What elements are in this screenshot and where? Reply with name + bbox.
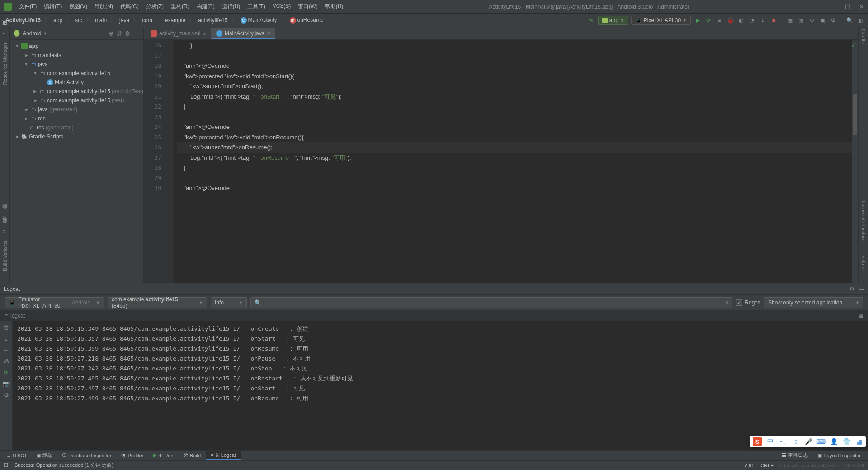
scrollbar-thumb[interactable]: [853, 94, 857, 135]
collapse-icon[interactable]: ⇵: [117, 30, 122, 37]
line-separator[interactable]: CRLF: [760, 463, 774, 468]
run-config-dropdown[interactable]: app▼: [598, 16, 628, 25]
project-tree[interactable]: ▼app ▶🗀manifests ▼🗀java ▼🗀com.example.ac…: [10, 40, 143, 283]
tree-node-res-gen[interactable]: 🗀res (generated): [10, 123, 143, 132]
ime-punct-icon[interactable]: • ,: [779, 437, 787, 446]
editor-tab-xml[interactable]: activity_main.xml×: [146, 28, 211, 39]
tree-node-java[interactable]: ▼🗀java: [10, 60, 143, 69]
breadcrumb-item[interactable]: activitylife15: [196, 16, 229, 24]
ime-toolbox-icon[interactable]: ▦: [855, 437, 863, 446]
menu-help[interactable]: 帮助(H): [322, 1, 346, 12]
device-combo[interactable]: 📱Emulator Pixel_XL_API_30 Android▼: [5, 297, 104, 308]
breadcrumb-item[interactable]: ActivityLife15: [4, 16, 42, 24]
level-combo[interactable]: Info▼: [211, 297, 247, 308]
layout-icon[interactable]: ▦: [859, 313, 863, 319]
close-icon[interactable]: ×: [267, 30, 270, 37]
settings-icon[interactable]: ⚙: [849, 286, 854, 292]
rail-gradle[interactable]: Gradle: [861, 29, 866, 44]
code-area[interactable]: } "ann">@Override "kw">protected "kw">vo…: [173, 40, 852, 283]
profile-icon[interactable]: ◔: [748, 16, 756, 24]
line-gutter[interactable]: 16 17 18 19 20 21 22 23 24 25 26 27 28 2…: [144, 40, 166, 283]
breadcrumb-item[interactable]: app: [52, 16, 64, 24]
tree-node-gradle[interactable]: ▶🐘Gradle Scripts: [10, 132, 143, 141]
settings-icon[interactable]: ⚙: [4, 392, 9, 399]
emulator-icon[interactable]: ▣: [818, 16, 826, 24]
bottom-tab[interactable]: ≡6: Logcat: [206, 451, 241, 460]
breadcrumb-item[interactable]: monResume: [288, 16, 326, 24]
bottom-tab[interactable]: ◔Profiler: [117, 451, 148, 460]
settings-icon[interactable]: ◧: [856, 16, 864, 24]
minimize-button[interactable]: ─: [832, 3, 837, 10]
apply-code-icon[interactable]: ≡: [715, 16, 723, 24]
debug-button[interactable]: 🐞: [726, 16, 734, 24]
rail-structure[interactable]: 7: 结构: [1, 213, 8, 218]
locate-icon[interactable]: ⊕: [108, 30, 114, 37]
logcat-output[interactable]: 2021-03-28 18:50:15.349 8465-8465/com.ex…: [13, 321, 868, 450]
regex-checkbox[interactable]: ✓Regex: [736, 299, 760, 306]
tree-node-package[interactable]: ▶🗀com.example.activitylife15 (androidTes…: [10, 87, 143, 96]
rail-emulator[interactable]: Emulator: [861, 251, 866, 271]
ime-skin-icon[interactable]: 👕: [842, 437, 850, 446]
menu-analyze[interactable]: 分析(Z): [143, 1, 166, 12]
menu-refactor[interactable]: 重构(R): [168, 1, 192, 12]
editor-scrollbar[interactable]: ✓: [852, 40, 858, 283]
caret-position[interactable]: 7:81: [745, 463, 754, 468]
menu-vcs[interactable]: VCS(S): [270, 1, 294, 12]
menu-navigate[interactable]: 导航(N): [92, 1, 116, 12]
bottom-tab[interactable]: ☰事件日志: [777, 451, 812, 460]
project-view-selector[interactable]: Android ▼: [23, 30, 47, 37]
avd-manager-icon[interactable]: ▦: [786, 16, 794, 24]
tree-node-package[interactable]: ▼🗀com.example.activitylife15: [10, 69, 143, 78]
editor-tab-java[interactable]: MainActivity.java×: [211, 28, 275, 39]
sdk-manager-icon[interactable]: ▧: [797, 16, 805, 24]
process-combo[interactable]: com.example.activitylife15 (8465)▼: [108, 297, 207, 308]
filter-icon[interactable]: ≡: [5, 313, 8, 319]
device-dropdown[interactable]: 📱 Pixel XL API 30▼: [631, 16, 691, 25]
tree-node-res[interactable]: ▶🗀res: [10, 114, 143, 123]
bottom-tab[interactable]: ⚒Build: [179, 451, 205, 460]
attach-icon[interactable]: ⇣: [759, 16, 767, 24]
maximize-button[interactable]: ☐: [845, 3, 851, 10]
hide-icon[interactable]: —: [859, 286, 864, 292]
hammer-icon[interactable]: ⚒: [587, 16, 595, 24]
breadcrumb-item[interactable]: src: [73, 16, 84, 24]
device-manager-icon[interactable]: ⚙: [829, 16, 837, 24]
tree-node-app[interactable]: ▼app: [10, 42, 143, 51]
menu-edit[interactable]: 编辑(E): [41, 1, 65, 12]
rail-project[interactable]: 1: 项目: [1, 29, 8, 34]
settings-icon[interactable]: ⚙: [125, 30, 131, 37]
apply-changes-icon[interactable]: ⟳: [704, 16, 712, 24]
rail-device-file-explorer[interactable]: Device File Explorer: [861, 199, 866, 243]
tree-node-package[interactable]: ▶🗀com.example.activitylife15 (test): [10, 96, 143, 105]
menu-code[interactable]: 代码(C): [118, 1, 142, 12]
rail-build-variants[interactable]: Build Variants: [2, 241, 8, 271]
bottom-tab[interactable]: ▶4: Run: [149, 451, 178, 460]
menu-window[interactable]: 窗口(W): [295, 1, 320, 12]
stop-button[interactable]: ■: [769, 16, 778, 24]
filter-combo[interactable]: Show only selected application▼: [764, 297, 863, 308]
ime-toolbar[interactable]: S 中 • , ☺ 🎤 ⌨ 👤 👕 ▦: [750, 436, 866, 447]
menu-run[interactable]: 运行(U): [219, 1, 243, 12]
ime-user-icon[interactable]: 👤: [830, 437, 838, 446]
hide-icon[interactable]: —: [133, 30, 140, 37]
ime-voice-icon[interactable]: 🎤: [804, 437, 812, 446]
screenshot-icon[interactable]: 📷: [3, 380, 10, 387]
rail-favorites[interactable]: 2: 收藏: [1, 227, 8, 233]
bottom-tab[interactable]: ≡TODO: [3, 451, 31, 460]
scroll-end-icon[interactable]: ⤓: [4, 335, 9, 342]
bottom-tab[interactable]: ▣终端: [32, 451, 57, 460]
breadcrumb-item[interactable]: com: [140, 16, 154, 24]
editor-body[interactable]: 16 17 18 19 20 21 22 23 24 25 26 27 28 2…: [144, 40, 858, 283]
logcat-search[interactable]: 🔍---×: [250, 297, 732, 308]
ime-keyboard-icon[interactable]: ⌨: [817, 437, 825, 446]
bottom-tab[interactable]: ⛁Database Inspector: [58, 451, 116, 460]
breadcrumb-item[interactable]: example: [163, 16, 187, 24]
restart-icon[interactable]: ⟳: [4, 369, 9, 376]
ime-lang-icon[interactable]: 中: [766, 437, 774, 446]
breadcrumb-item[interactable]: java: [118, 16, 131, 24]
run-button[interactable]: ▶: [693, 16, 702, 24]
menu-build[interactable]: 构建(B): [194, 1, 217, 12]
menu-tools[interactable]: 工具(T): [245, 1, 268, 12]
tree-node-manifests[interactable]: ▶🗀manifests: [10, 51, 143, 60]
ime-emoji-icon[interactable]: ☺: [792, 437, 800, 446]
